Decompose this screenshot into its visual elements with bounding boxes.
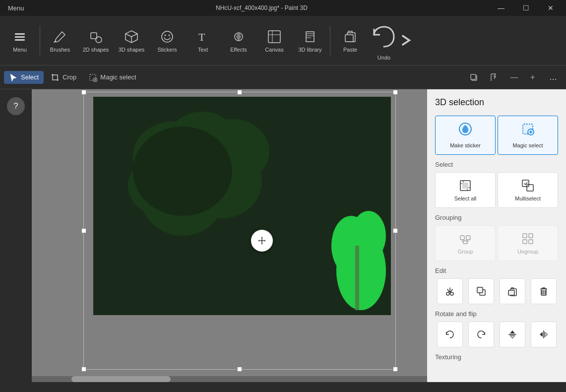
toolbar-menu-label: Menu xyxy=(13,47,27,53)
select-all-label: Select all xyxy=(454,196,477,201)
group-btn[interactable]: Group xyxy=(435,225,496,261)
handle-br[interactable] xyxy=(393,367,398,372)
help-button[interactable]: ? xyxy=(7,97,25,115)
toolbar-effects[interactable]: Effects xyxy=(221,19,256,63)
svg-rect-52 xyxy=(508,290,514,295)
toolbar-3d-library-label: 3D library xyxy=(298,47,321,53)
toolbar-3d-library[interactable]: 3D library xyxy=(292,19,328,63)
ungroup-btn[interactable]: Ungroup xyxy=(498,225,558,261)
handle-tl[interactable] xyxy=(81,90,86,95)
rotate-row xyxy=(427,320,566,349)
toolbar-brushes-label: Brushes xyxy=(50,47,70,53)
canvas-scrollbar[interactable] xyxy=(32,376,427,382)
maximize-button[interactable]: ☐ xyxy=(514,0,537,16)
paste-edit-btn[interactable] xyxy=(500,278,525,304)
ungroup-label: Ungroup xyxy=(517,249,538,255)
minimize-button[interactable]: — xyxy=(490,0,512,16)
toolbar-stickers[interactable]: Stickers xyxy=(149,19,185,63)
svg-rect-31 xyxy=(355,246,359,310)
make-sticker-btn[interactable]: Make sticker xyxy=(435,116,496,155)
magic-select-btn[interactable]: Magic select xyxy=(83,71,141,84)
toolbar-2d-shapes-label: 2D shapes xyxy=(83,47,109,53)
main-area: ? xyxy=(0,89,566,382)
sec-flag-btn[interactable] xyxy=(485,68,503,86)
toolbar-canvas-label: Canvas xyxy=(265,47,283,53)
handle-bl[interactable] xyxy=(81,367,86,372)
svg-rect-40 xyxy=(460,236,464,240)
handle-rm[interactable] xyxy=(393,228,398,233)
window-controls: — ☐ ✕ xyxy=(490,0,562,16)
sec-minus-btn[interactable]: — xyxy=(504,68,522,86)
move-handle[interactable] xyxy=(251,230,273,252)
toolbar-3d-shapes[interactable]: 3D shapes xyxy=(114,19,149,63)
svg-rect-39 xyxy=(527,185,533,191)
toolbar-expand-btn[interactable] xyxy=(400,19,412,63)
svg-rect-38 xyxy=(522,180,529,187)
canvas-content xyxy=(32,89,427,382)
svg-rect-12 xyxy=(345,35,353,42)
svg-rect-46 xyxy=(529,240,533,244)
svg-rect-2 xyxy=(15,39,25,41)
handle-tr[interactable] xyxy=(393,90,398,95)
toolbar-undo-redo[interactable]: Undo xyxy=(368,19,400,63)
select-tool-btn[interactable]: Select xyxy=(4,71,44,84)
flip-vertical-btn[interactable] xyxy=(500,322,525,347)
sec-plus-btn[interactable]: + xyxy=(524,68,542,86)
toolbar-2d-shapes[interactable]: 2D shapes xyxy=(78,19,114,63)
svg-rect-37 xyxy=(462,183,468,189)
close-button[interactable]: ✕ xyxy=(539,0,562,16)
magic-select-panel-btn[interactable]: Magic select xyxy=(498,116,558,155)
handle-bm[interactable] xyxy=(237,367,242,372)
toolbar-effects-label: Effects xyxy=(230,47,247,53)
toolbar-divider-2 xyxy=(330,26,330,56)
copy-btn[interactable] xyxy=(468,278,494,304)
sec-copy-btn[interactable] xyxy=(465,68,483,86)
canvas-area[interactable] xyxy=(32,89,427,382)
grouping-section-label: Grouping xyxy=(427,210,566,223)
magic-select-label: Magic select xyxy=(100,73,136,81)
sec-more-btn[interactable]: ... xyxy=(544,68,562,86)
magic-select-icon xyxy=(521,122,535,139)
toolbar-brushes[interactable]: Brushes xyxy=(42,19,78,63)
cut-btn[interactable] xyxy=(437,278,463,304)
rotate-section-label: Rotate and flip xyxy=(427,306,566,320)
edit-row xyxy=(427,276,566,306)
delete-btn[interactable] xyxy=(531,278,557,304)
edit-section-label: Edit xyxy=(427,263,566,276)
svg-rect-10 xyxy=(268,31,280,43)
toolbar-paste-label: Paste xyxy=(343,47,357,53)
handle-lm[interactable] xyxy=(81,228,86,233)
svg-rect-41 xyxy=(466,236,470,240)
main-toolbar: Menu Brushes 2D shapes 3D shapes xyxy=(0,16,566,65)
canvas-image xyxy=(93,97,391,315)
status-bar xyxy=(0,382,566,392)
toolbar-canvas[interactable]: Canvas xyxy=(256,19,292,63)
svg-point-4 xyxy=(96,37,102,43)
svg-point-7 xyxy=(169,34,170,36)
crop-tool-btn[interactable]: Crop xyxy=(46,71,81,84)
toolbar-paste[interactable]: Paste xyxy=(332,19,368,63)
handle-tm[interactable] xyxy=(237,90,242,95)
menu-button[interactable]: Menu xyxy=(4,3,28,13)
svg-rect-17 xyxy=(471,74,476,79)
flip-horizontal-btn[interactable] xyxy=(531,322,557,347)
grouping-grid: Group Ungroup xyxy=(427,223,566,263)
scrollbar-thumb[interactable] xyxy=(71,376,171,382)
rotate-left-btn[interactable] xyxy=(437,322,463,347)
select-all-btn[interactable]: Select all xyxy=(435,172,496,208)
toolbar-menu[interactable]: Menu xyxy=(2,19,38,63)
rotate-right-btn[interactable] xyxy=(468,322,494,347)
multiselect-btn[interactable]: Multiselect xyxy=(498,172,558,208)
svg-rect-42 xyxy=(463,241,467,244)
right-panel: 3D selection Make sticker xyxy=(427,89,566,382)
svg-rect-45 xyxy=(523,240,527,244)
title-bar: Menu NHcU-xcf_400x400.jpg* - Paint 3D — … xyxy=(0,0,566,16)
toolbar-text[interactable]: T Text xyxy=(185,19,221,63)
multiselect-label: Multiselect xyxy=(515,196,541,201)
svg-marker-57 xyxy=(545,332,548,337)
toolbar-undo-label: Undo xyxy=(377,55,390,61)
window-title: NHcU-xcf_400x400.jpg* - Paint 3D xyxy=(34,4,490,11)
crop-label: Crop xyxy=(63,73,76,81)
select-label: Select xyxy=(21,73,39,81)
more-label: ... xyxy=(549,72,557,82)
